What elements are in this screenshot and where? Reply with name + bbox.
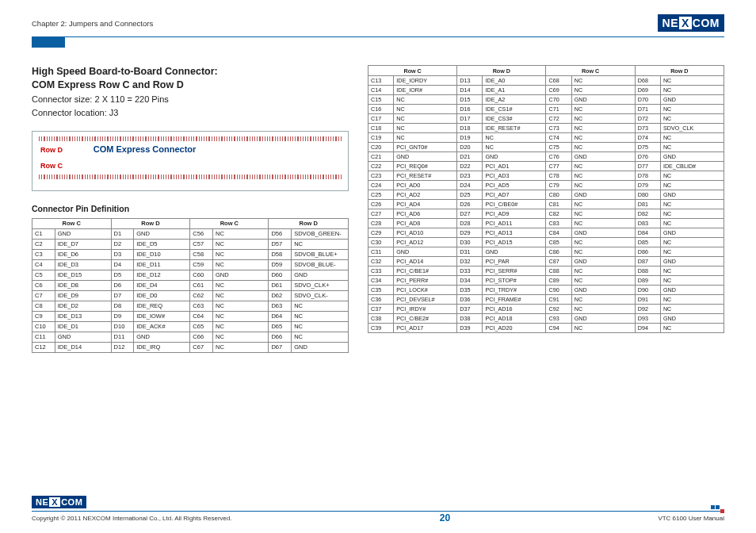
pin-cell: D67 (269, 342, 292, 352)
pin-cell: D33 (457, 266, 483, 276)
pin-cell: D39 (457, 324, 483, 333)
pin-cell: D61 (269, 280, 292, 290)
table-row: C21GNDD21GNDC76GNDD76GND (368, 152, 724, 162)
section-title-line1: High Speed Board-to-Board Connector: (32, 66, 218, 77)
pin-cell: C87 (546, 257, 571, 266)
signal-cell: GND (571, 95, 635, 105)
signal-cell: NC (660, 324, 724, 333)
signal-cell: NC (571, 295, 635, 305)
right-column: Row C Row D Row C Row D C13IDE_IORDYD13I… (368, 65, 724, 353)
table-row: C13IDE_IORDYD13IDE_A0C68NCD68NC (368, 76, 724, 86)
signal-cell: NC (660, 114, 724, 124)
pin-cell: D69 (635, 86, 660, 95)
pin-cell: C85 (546, 238, 571, 247)
pin-cell: D79 (635, 181, 660, 190)
signal-cell: GND (292, 342, 349, 352)
signal-cell: NC (571, 247, 635, 257)
pin-cell: C6 (32, 280, 55, 290)
signal-cell: NC (213, 332, 269, 342)
pin-cell: C66 (190, 332, 213, 342)
signal-cell: NC (571, 219, 635, 228)
table-row: C7IDE_D9D7IDE_D0C62NCD62SDVO_CLK- (32, 290, 349, 301)
signal-cell: NC (292, 311, 349, 321)
th-rowd: Row D (635, 66, 724, 76)
signal-cell: PCI_LOCK# (394, 286, 457, 295)
signal-cell: NC (660, 181, 724, 190)
signal-cell: NC (571, 266, 635, 276)
pin-cell: C24 (368, 181, 394, 190)
pin-cell: D16 (457, 105, 483, 114)
signal-cell: NC (213, 301, 269, 311)
signal-cell: NC (660, 200, 724, 209)
table-row: C38PCI_C/BE2#D38PCI_AD18C93GNDD93GND (368, 314, 724, 324)
signal-cell: IDE_D0 (134, 290, 190, 301)
th-rowc: Row C (546, 66, 635, 76)
signal-cell: GND (134, 332, 190, 342)
pin-cell: D38 (457, 314, 483, 324)
signal-cell: PCI_C/BE1# (394, 266, 457, 276)
signal-cell: SDVOB_BLUE+ (292, 249, 349, 259)
signal-cell: NC (571, 105, 635, 114)
pin-cell: C32 (368, 257, 394, 266)
pin-cell: D65 (269, 321, 292, 332)
pin-cell: C67 (190, 342, 213, 352)
signal-cell: IDE_CS1# (483, 105, 546, 114)
signal-cell: IDE_D7 (55, 239, 111, 249)
pin-cell: D60 (269, 270, 292, 280)
table-row: C16NCD16IDE_CS1#C71NCD71NC (368, 105, 724, 114)
signal-cell: PCI_SERR# (483, 266, 546, 276)
pin-cell: C12 (32, 342, 55, 352)
table-row: C22PCI_REQ0#D22PCI_AD1C77NCD77IDE_CBLID# (368, 162, 724, 171)
pin-cell: D13 (457, 76, 483, 86)
signal-cell: NC (394, 133, 457, 143)
pin-cell: C29 (368, 228, 394, 238)
pin-cell: D80 (635, 190, 660, 200)
signal-cell: PCI_AD10 (394, 228, 457, 238)
pin-cell: C75 (546, 143, 571, 152)
diagram-title: COM Express Connector (94, 144, 197, 154)
signal-cell: GND (571, 314, 635, 324)
signal-cell: NC (571, 76, 635, 86)
table-row: C3IDE_D6D3IDE_D10C58NCD58SDVOB_BLUE+ (32, 249, 349, 259)
signal-cell: IDE_A0 (483, 76, 546, 86)
footer: NEXCOM Copyright © 2011 NEXCOM Internati… (32, 496, 724, 523)
pin-cell: C33 (368, 266, 394, 276)
pin-cell: D86 (635, 247, 660, 257)
pin-cell: D28 (457, 219, 483, 228)
signal-cell: GND (483, 247, 546, 257)
pin-cell: C23 (368, 171, 394, 181)
pin-cell: D37 (457, 305, 483, 314)
signal-cell: NC (213, 290, 269, 301)
pin-cell: D68 (635, 76, 660, 86)
signal-cell: GND (571, 152, 635, 162)
pin-cell: C9 (32, 311, 55, 321)
connector-size: Connector size: 2 X 110 = 220 Pins (32, 94, 349, 105)
signal-cell: NC (213, 239, 269, 249)
signal-cell: GND (55, 228, 111, 239)
signal-cell: NC (213, 280, 269, 290)
pin-cell: D88 (635, 266, 660, 276)
signal-cell: NC (394, 114, 457, 124)
signal-cell: NC (660, 105, 724, 114)
signal-cell: NC (571, 124, 635, 133)
signal-cell: NC (483, 133, 546, 143)
table-row: C15NCD15IDE_A2C70GNDD70GND (368, 95, 724, 105)
connector-diagram: Row D COM Express Connector Row C (32, 131, 349, 191)
pin-cell: C21 (368, 152, 394, 162)
signal-cell: PCI_AD13 (483, 228, 546, 238)
signal-cell: NC (483, 143, 546, 152)
diagram-pins-bottom (39, 174, 342, 179)
th-rowc: Row C (190, 218, 269, 228)
top-bar: Chapter 2: Jumpers and Connectors NEXCOM (32, 14, 724, 32)
pin-cell: D10 (111, 321, 134, 332)
signal-cell: NC (571, 209, 635, 219)
th-rowc: Row C (368, 66, 457, 76)
row-c-label: Row C (40, 162, 63, 170)
pin-cell: C16 (368, 105, 394, 114)
signal-cell: PCI_AD18 (483, 314, 546, 324)
pin-cell: D7 (111, 290, 134, 301)
signal-cell: PCI_AD5 (483, 181, 546, 190)
pin-cell: C13 (368, 76, 394, 86)
signal-cell: NC (571, 276, 635, 286)
table-row: C14IDE_IOR#D14IDE_A1C69NCD69NC (368, 86, 724, 95)
